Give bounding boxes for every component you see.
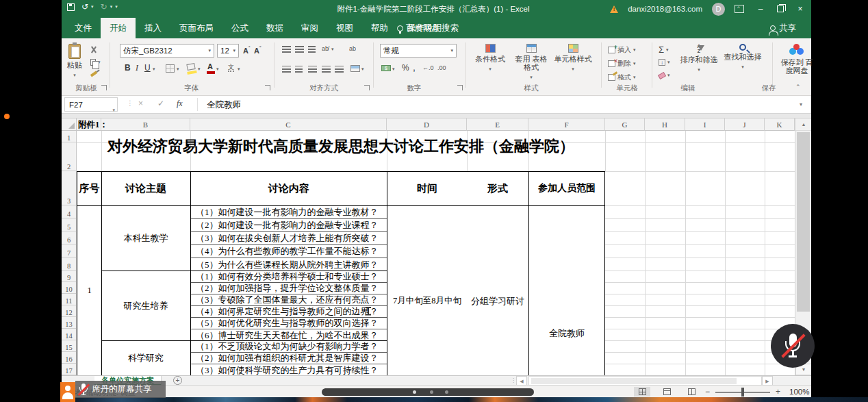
zoom-percentage[interactable]: 100%: [789, 388, 809, 396]
table-row[interactable]: （3）专硕除了全国体量最大，还应有何亮点？: [191, 294, 387, 306]
grow-font-icon[interactable]: Aˆ: [243, 46, 250, 55]
cancel-icon[interactable]: ×: [138, 99, 143, 108]
minimize-button[interactable]: –: [754, 4, 767, 14]
view-page-break-icon[interactable]: [683, 387, 700, 397]
zoom-in-icon[interactable]: +: [776, 388, 780, 396]
table-row[interactable]: （4）如何界定研究生与指导教师之间的边界？: [191, 306, 387, 318]
tab-scroll-splitter[interactable]: ⋮: [511, 377, 516, 384]
view-page-layout-icon[interactable]: [659, 387, 675, 397]
alignment-dialog-launcher[interactable]: [364, 85, 370, 90]
cut-button[interactable]: [90, 47, 97, 53]
column-header-I[interactable]: I: [685, 118, 725, 131]
phonetic-guide-icon[interactable]: 文: [228, 64, 234, 72]
align-center-icon[interactable]: [295, 66, 303, 73]
ribbon-display-options-icon[interactable]: [735, 5, 744, 13]
column-header-F[interactable]: F: [528, 118, 605, 131]
number-dialog-launcher[interactable]: [457, 85, 463, 90]
format-painter-button[interactable]: [90, 73, 97, 75]
menu-tab-开始[interactable]: 开始: [101, 18, 136, 38]
topic-cell-1[interactable]: 本科生教学: [102, 206, 190, 271]
font-name-select[interactable]: 仿宋_GB2312▾: [120, 44, 214, 58]
save-to-baidu-button[interactable]: 保存到 百度网盘: [778, 44, 816, 75]
topic-cell-3[interactable]: 科学研究: [102, 341, 190, 375]
table-row[interactable]: （6）博士研究生天天都在忙，为啥不出成果？: [191, 329, 387, 341]
table-row[interactable]: （2）如何加强指导，提升学位论文整体质量？: [191, 283, 387, 294]
menu-tab-公式[interactable]: 公式: [222, 18, 257, 38]
percent-style-icon[interactable]: %: [402, 63, 409, 73]
comma-style-icon[interactable]: ,: [413, 62, 416, 73]
cell-styles-button[interactable]: 单元格样式▾: [552, 44, 594, 73]
increase-indent-icon[interactable]: [335, 66, 344, 73]
cell-form[interactable]: 分组学习研讨: [467, 295, 528, 307]
orientation-icon[interactable]: ab̸: [322, 45, 329, 52]
header-form[interactable]: 形式: [467, 171, 528, 205]
new-sheet-icon[interactable]: +: [173, 376, 182, 385]
number-format-select[interactable]: 常规▾: [380, 44, 457, 58]
table-row[interactable]: （3）如何在拔尖创新人才培养上能有所突破？: [191, 232, 387, 245]
save-icon[interactable]: [67, 3, 75, 11]
paste-button[interactable]: 粘贴▾: [67, 44, 82, 79]
column-header-E[interactable]: E: [467, 118, 528, 131]
row-header-1[interactable]: 1: [62, 131, 77, 142]
row-header-4[interactable]: 4: [62, 205, 77, 218]
autosum-button[interactable]: Σ▾: [659, 45, 669, 54]
name-box[interactable]: F27▾: [64, 97, 118, 112]
table-row[interactable]: （1）如何建设一批有影响力的金融专业教材？: [191, 206, 387, 219]
delete-cells-button[interactable]: 删除▾: [608, 59, 636, 68]
underline-button[interactable]: U: [144, 63, 151, 73]
italic-button[interactable]: I: [136, 63, 138, 73]
insert-cells-button[interactable]: 插入▾: [608, 45, 636, 55]
close-button[interactable]: ×: [793, 4, 807, 14]
row-header-10[interactable]: 10: [62, 282, 77, 294]
row-header-2[interactable]: 2: [62, 142, 77, 171]
table-row[interactable]: （5）为什么有些课程长期从院外聘主讲教师？: [191, 258, 387, 271]
insert-function-icon[interactable]: fx: [177, 99, 183, 109]
font-size-select[interactable]: 12▾: [217, 44, 239, 58]
align-top-icon[interactable]: [282, 46, 291, 53]
align-right-icon[interactable]: [308, 66, 317, 73]
vertical-scroll-thumb[interactable]: [797, 132, 810, 312]
wrap-text-icon[interactable]: ab: [349, 45, 356, 52]
row-header-12[interactable]: 12: [62, 305, 77, 317]
font-dialog-launcher[interactable]: [265, 85, 270, 90]
header-topic[interactable]: 讨论主题: [102, 171, 190, 205]
cell-a1[interactable]: 附件1：: [78, 119, 108, 131]
row-header-16[interactable]: 16: [62, 352, 77, 364]
table-row[interactable]: （1）不乏顶级论文却为何缺少有影响力学者？: [191, 341, 387, 353]
table-row[interactable]: （1）如何有效分类培养科学硕士和专业硕士？: [191, 271, 387, 283]
floating-toolbar[interactable]: [322, 388, 534, 396]
restore-button[interactable]: [777, 5, 784, 12]
column-header-J[interactable]: J: [725, 118, 765, 131]
menu-tab-插入[interactable]: 插入: [136, 18, 170, 38]
cell-serial[interactable]: 1: [77, 206, 101, 375]
row-header-9[interactable]: 9: [62, 271, 77, 282]
column-header-C[interactable]: C: [190, 118, 387, 131]
customize-qat-icon[interactable]: ▾: [115, 4, 118, 10]
menu-tab-帮助[interactable]: 帮助: [362, 18, 397, 38]
row-header-11[interactable]: 11: [62, 294, 77, 305]
formula-value[interactable]: 全院教师: [207, 99, 241, 111]
table-row[interactable]: （2）如何建设一批有影响力的金融专业课程？: [191, 219, 387, 232]
column-header-K[interactable]: K: [765, 118, 795, 131]
menu-tab-页面布局[interactable]: 页面布局: [170, 18, 222, 38]
merge-center-icon[interactable]: [350, 65, 360, 72]
clipboard-dialog-launcher[interactable]: [101, 85, 107, 90]
scroll-up-icon[interactable]: ▲: [795, 118, 811, 131]
column-header-H[interactable]: H: [645, 118, 685, 131]
row-header-17[interactable]: 17: [62, 364, 77, 375]
redo-icon[interactable]: ↻: [101, 3, 107, 11]
namebox-splitter[interactable]: ⋮: [127, 99, 133, 107]
topic-cell-2[interactable]: 研究生培养: [102, 271, 190, 340]
fill-button[interactable]: ↓▾: [659, 59, 670, 66]
row-header-3[interactable]: 3: [62, 171, 77, 205]
menu-tab-视图[interactable]: 视图: [327, 18, 362, 38]
header-serial[interactable]: 序号: [77, 171, 101, 205]
cell-time[interactable]: 7月中旬至8月中旬: [387, 295, 467, 307]
table-row[interactable]: （5）如何优化研究生与指导教师的双向选择？: [191, 318, 387, 329]
align-bottom-icon[interactable]: [308, 46, 316, 53]
header-content[interactable]: 讨论内容: [191, 171, 387, 205]
tell-me-search[interactable]: 操作说明搜索: [397, 18, 459, 38]
format-cells-button[interactable]: 格式▾: [608, 73, 636, 82]
hscroll-left-icon[interactable]: ◀: [516, 376, 527, 386]
header-participants[interactable]: 参加人员范围: [529, 171, 604, 205]
